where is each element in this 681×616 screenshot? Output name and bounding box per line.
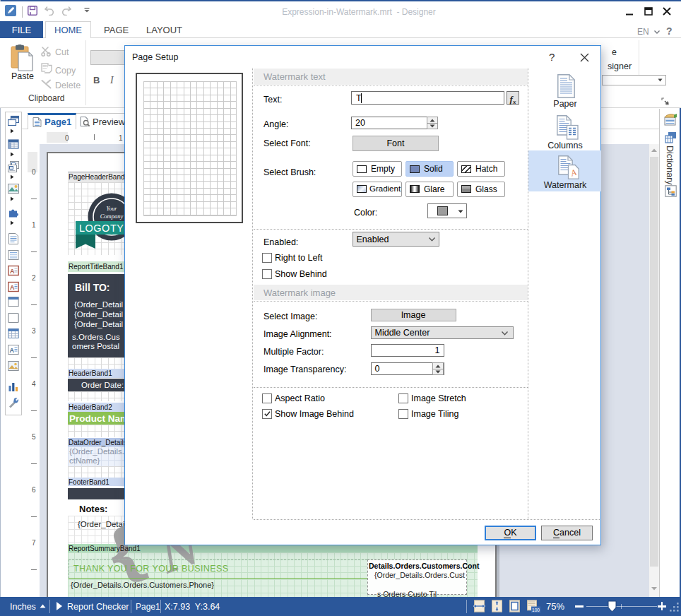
svg-text:100: 100	[532, 608, 540, 612]
svg-text:A: A	[10, 268, 15, 275]
svg-text:A: A	[10, 284, 15, 291]
svg-text:Company: Company	[100, 213, 124, 220]
svg-text:A: A	[10, 347, 15, 354]
svg-text:Your: Your	[107, 206, 118, 212]
